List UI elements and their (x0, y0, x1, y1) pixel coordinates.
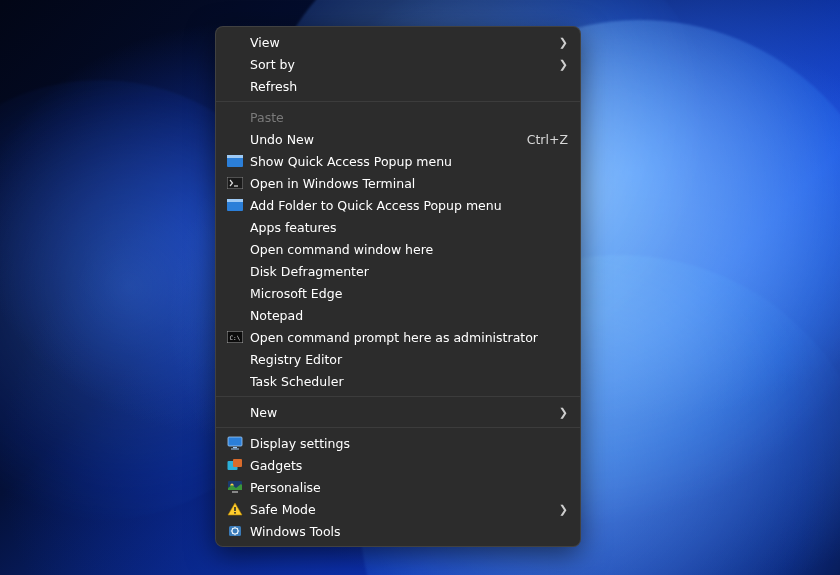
menu-separator (216, 427, 580, 428)
menu-item-label: Paste (250, 110, 568, 125)
chevron-right-icon: ❯ (556, 58, 568, 71)
svg-rect-8 (228, 437, 242, 446)
menu-item-accelerator: Ctrl+Z (527, 132, 568, 147)
menu-item-notepad[interactable]: Notepad (216, 304, 580, 326)
menu-item-windows-tools[interactable]: Windows Tools (216, 520, 580, 542)
menu-item-label: Show Quick Access Popup menu (250, 154, 568, 169)
desktop-context-menu: View ❯ Sort by ❯ Refresh Paste Undo New … (215, 26, 581, 547)
menu-item-safe-mode[interactable]: Safe Mode ❯ (216, 498, 580, 520)
menu-item-ms-edge[interactable]: Microsoft Edge (216, 282, 580, 304)
menu-item-regedit[interactable]: Registry Editor (216, 348, 580, 370)
menu-item-sort-by[interactable]: Sort by ❯ (216, 53, 580, 75)
menu-item-label: Registry Editor (250, 352, 568, 367)
menu-item-label: Undo New (250, 132, 515, 147)
blank-icon (224, 109, 246, 125)
menu-item-label: Open command window here (250, 242, 568, 257)
chevron-right-icon: ❯ (556, 503, 568, 516)
blank-icon (224, 404, 246, 420)
menu-item-label: Safe Mode (250, 502, 548, 517)
menu-item-apps-features[interactable]: Apps features (216, 216, 580, 238)
menu-item-label: View (250, 35, 548, 50)
cmd-icon: C:\ (224, 329, 246, 345)
menu-item-label: Apps features (250, 220, 568, 235)
menu-item-disk-defrag[interactable]: Disk Defragmenter (216, 260, 580, 282)
svg-rect-16 (234, 507, 236, 511)
terminal-icon (224, 175, 246, 191)
menu-item-personalise[interactable]: Personalise (216, 476, 580, 498)
personalise-icon (224, 479, 246, 495)
svg-rect-1 (227, 155, 243, 158)
menu-item-open-cmd-here[interactable]: Open command window here (216, 238, 580, 260)
blank-icon (224, 131, 246, 147)
menu-item-gadgets[interactable]: Gadgets (216, 454, 580, 476)
menu-item-label: Sort by (250, 57, 548, 72)
menu-item-label: Microsoft Edge (250, 286, 568, 301)
svg-rect-12 (233, 459, 242, 467)
blank-icon (224, 263, 246, 279)
menu-item-label: Open in Windows Terminal (250, 176, 568, 191)
menu-item-label: Disk Defragmenter (250, 264, 568, 279)
menu-item-label: Open command prompt here as administrato… (250, 330, 568, 345)
chevron-right-icon: ❯ (556, 406, 568, 419)
window-icon (224, 197, 246, 213)
blank-icon (224, 241, 246, 257)
svg-rect-2 (227, 177, 243, 189)
menu-item-open-terminal[interactable]: Open in Windows Terminal (216, 172, 580, 194)
menu-item-add-folder-qap[interactable]: Add Folder to Quick Access Popup menu (216, 194, 580, 216)
menu-item-label: Display settings (250, 436, 568, 451)
svg-rect-5 (227, 199, 243, 202)
menu-item-view[interactable]: View ❯ (216, 31, 580, 53)
menu-item-undo-new[interactable]: Undo New Ctrl+Z (216, 128, 580, 150)
menu-item-label: Notepad (250, 308, 568, 323)
svg-rect-15 (232, 491, 238, 493)
tools-icon (224, 523, 246, 539)
gadgets-icon (224, 457, 246, 473)
menu-separator (216, 101, 580, 102)
blank-icon (224, 34, 246, 50)
blank-icon (224, 373, 246, 389)
menu-separator (216, 396, 580, 397)
window-icon (224, 153, 246, 169)
svg-rect-10 (231, 449, 239, 450)
blank-icon (224, 219, 246, 235)
blank-icon (224, 285, 246, 301)
blank-icon (224, 78, 246, 94)
menu-item-label: Add Folder to Quick Access Popup menu (250, 198, 568, 213)
menu-item-label: Task Scheduler (250, 374, 568, 389)
menu-item-task-scheduler[interactable]: Task Scheduler (216, 370, 580, 392)
svg-rect-17 (234, 512, 236, 514)
menu-item-refresh[interactable]: Refresh (216, 75, 580, 97)
display-icon (224, 435, 246, 451)
chevron-right-icon: ❯ (556, 36, 568, 49)
blank-icon (224, 307, 246, 323)
blank-icon (224, 351, 246, 367)
menu-item-label: Personalise (250, 480, 568, 495)
svg-rect-9 (233, 447, 237, 448)
menu-item-new[interactable]: New ❯ (216, 401, 580, 423)
menu-item-open-cmd-admin[interactable]: C:\ Open command prompt here as administ… (216, 326, 580, 348)
svg-text:C:\: C:\ (230, 334, 241, 341)
menu-item-show-qap[interactable]: Show Quick Access Popup menu (216, 150, 580, 172)
warning-icon (224, 501, 246, 517)
menu-item-label: Gadgets (250, 458, 568, 473)
blank-icon (224, 56, 246, 72)
menu-item-display-settings[interactable]: Display settings (216, 432, 580, 454)
menu-item-label: Refresh (250, 79, 568, 94)
menu-item-paste: Paste (216, 106, 580, 128)
menu-item-label: Windows Tools (250, 524, 568, 539)
menu-item-label: New (250, 405, 548, 420)
